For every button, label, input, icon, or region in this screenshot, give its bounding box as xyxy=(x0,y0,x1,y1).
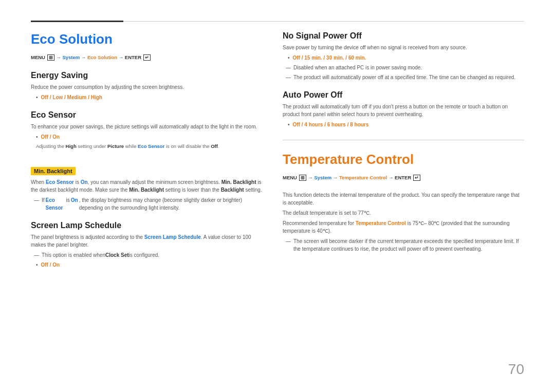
screen-lamp-bullet: • Off / On xyxy=(36,261,262,269)
auto-power-off-bullet: • Off / 4 hours / 6 hours / 8 hours xyxy=(288,121,524,128)
system-link: System xyxy=(62,54,80,60)
eco-sensor-ref2: Eco Sensor xyxy=(46,179,74,185)
temp-desc1: This function detects the internal tempe… xyxy=(283,191,524,207)
bullet-dot2: • xyxy=(36,133,38,141)
arrow1: → xyxy=(56,54,62,60)
temperature-control-title: Temperature Control xyxy=(283,152,524,167)
clock-set-ref: Clock Set xyxy=(105,251,129,259)
min-backlight-section: Min. Backlight xyxy=(31,159,262,178)
min-backlight-desc: When Eco Sensor is On, you can manually … xyxy=(31,178,262,194)
menu-icon: ⊞ xyxy=(47,54,54,61)
picture-text: Picture xyxy=(107,143,124,149)
eco-sensor-ref3: Eco Sensor xyxy=(46,196,65,212)
rule-right xyxy=(123,21,524,22)
high-text: High xyxy=(66,143,77,149)
screen-lamp-note: This option is enabled when Clock Set is… xyxy=(34,251,262,259)
on-ref: On xyxy=(81,179,88,185)
arrow4: → xyxy=(308,175,314,180)
eco-sensor-title: Eco Sensor xyxy=(31,110,262,120)
no-signal-desc: Save power by turning the device off whe… xyxy=(283,44,524,51)
arrow3: → xyxy=(119,54,125,60)
arrow2: → xyxy=(81,54,87,60)
arrow6: → xyxy=(388,175,395,180)
energy-saving-title: Energy Saving xyxy=(31,71,262,80)
bullet-dot: • xyxy=(36,94,38,101)
on-ref2: On xyxy=(71,196,78,204)
enter-icon2: ↵ xyxy=(413,175,420,181)
min-backlight-ref: Min. Backlight xyxy=(221,179,256,185)
min-backlight-ref2: Min. Backlight xyxy=(129,187,164,193)
arrow5: → xyxy=(333,175,339,180)
right-column: No Signal Power Off Save power by turnin… xyxy=(283,31,524,371)
temp-desc2: The default temperature is set to 77℃. xyxy=(283,209,524,217)
enter-icon: ↵ xyxy=(143,54,151,61)
temp-control-ref: Temperature Control xyxy=(356,220,406,226)
section-divider xyxy=(283,140,524,140)
system-link2: System xyxy=(314,175,331,180)
screen-lamp-options: Off / On xyxy=(41,261,60,269)
auto-power-off-options: Off / 4 hours / 6 hours / 8 hours xyxy=(293,121,369,128)
backlight-ref: Backlight xyxy=(221,187,244,193)
menu-prefix2: MENU xyxy=(283,175,299,180)
menu-icon2: ⊞ xyxy=(299,175,306,181)
bullet-dot4: • xyxy=(288,54,290,62)
eco-solution-title: Eco Solution xyxy=(31,31,262,47)
bullet-dot5: • xyxy=(288,121,290,128)
off-text: Off xyxy=(211,143,218,149)
two-col-layout: Eco Solution MENU ⊞ → System → Eco Solut… xyxy=(31,31,524,371)
energy-saving-desc: Reduce the power consumption by adjustin… xyxy=(31,83,262,91)
no-signal-title: No Signal Power Off xyxy=(283,31,524,41)
no-signal-options: Off / 15 min. / 30 min. / 60 min. xyxy=(293,54,366,62)
eco-sensor-note: Adjusting the High setting under Picture… xyxy=(36,143,262,150)
page-container: Eco Solution MENU ⊞ → System → Eco Solut… xyxy=(0,0,555,392)
menu-prefix: MENU xyxy=(31,54,47,60)
temp-dash-note: The screen will become darker if the cur… xyxy=(286,237,524,253)
eco-solution-menu-path: MENU ⊞ → System → Eco Solution → ENTER ↵ xyxy=(31,54,262,61)
enter-label: ENTER xyxy=(125,54,143,60)
eco-sensor-options: Off / On xyxy=(41,133,60,141)
temperature-control-section: Temperature Control MENU ⊞ → System → Te… xyxy=(283,140,524,253)
temp-control-link: Temperature Control xyxy=(339,175,387,180)
temp-control-menu-path: MENU ⊞ → System → Temperature Control → … xyxy=(283,175,524,181)
screen-lamp-title: Screen Lamp Schedule xyxy=(31,221,262,230)
no-signal-bullet: • Off / 15 min. / 30 min. / 60 min. xyxy=(288,54,524,62)
eco-solution-link: Eco Solution xyxy=(87,54,117,60)
screen-lamp-ref: Screen Lamp Schedule xyxy=(144,234,201,240)
min-backlight-note: If Eco Sensor is On, the display brightn… xyxy=(34,196,262,212)
page-number: 70 xyxy=(508,361,524,378)
left-column: Eco Solution MENU ⊞ → System → Eco Solut… xyxy=(31,31,262,371)
bullet-dot3: • xyxy=(36,261,38,269)
min-backlight-label: Min. Backlight xyxy=(31,167,76,175)
auto-power-off-title: Auto Power Off xyxy=(283,90,524,100)
energy-saving-options: Off / Low / Medium / High xyxy=(41,94,102,101)
eco-sensor-desc: To enhance your power savings, the pictu… xyxy=(31,123,262,130)
screen-lamp-desc: The panel brightness is adjusted accordi… xyxy=(31,233,262,249)
rule-left xyxy=(31,21,123,22)
energy-saving-bullet: • Off / Low / Medium / High xyxy=(36,94,262,101)
eco-sensor-bullet: • Off / On xyxy=(36,133,262,141)
temp-desc3: Recommended temperature for Temperature … xyxy=(283,219,524,235)
no-signal-note2: The product will automatically power off… xyxy=(286,73,524,81)
eco-sensor-ref: Eco Sensor xyxy=(138,143,164,149)
auto-power-off-desc: The product will automatically turn off … xyxy=(283,103,524,118)
enter-label2: ENTER xyxy=(395,175,413,180)
top-rule xyxy=(31,21,524,22)
no-signal-note1: Disabled when an attached PC is in power… xyxy=(286,64,524,71)
